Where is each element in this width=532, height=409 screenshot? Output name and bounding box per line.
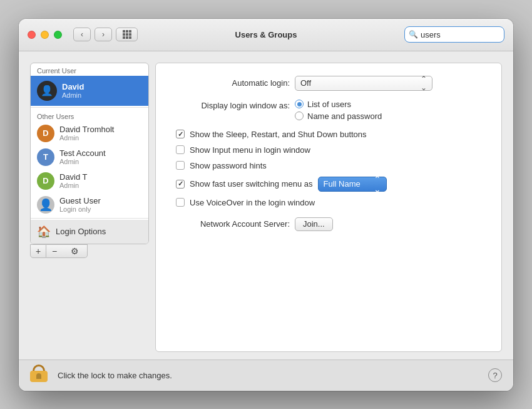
fast-switching-value: Full Name <box>324 179 361 189</box>
radio-circle-name <box>295 111 304 120</box>
network-account-row: Network Account Server: Join... <box>171 217 486 231</box>
grid-icon <box>123 30 131 39</box>
user-name-test-account: Test Account <box>59 148 106 158</box>
lock-icon[interactable] <box>30 365 51 386</box>
sidebar-bottom-buttons: + − ⚙ <box>30 244 149 258</box>
current-user-avatar: 👤 <box>37 81 57 101</box>
current-user-text: David Admin <box>62 82 84 99</box>
help-button[interactable]: ? <box>488 368 502 382</box>
user-item-guest[interactable]: 👤 Guest User Login only <box>31 193 148 217</box>
user-role-test-account: Admin <box>59 158 106 165</box>
user-name-david-t: David T <box>59 172 88 182</box>
display-login-label: Display login window as: <box>171 100 290 110</box>
nav-buttons: ‹ › <box>73 28 112 41</box>
checkbox-input-menu[interactable] <box>176 145 185 154</box>
radio-group: List of users Name and password <box>295 100 382 121</box>
automatic-login-dropdown[interactable]: Off ⌃⌄ <box>295 76 432 91</box>
automatic-login-value: Off <box>300 78 311 88</box>
checkbox-voiceover[interactable] <box>176 198 185 207</box>
search-icon: 🔍 <box>409 30 418 39</box>
radio-circle-list <box>295 100 304 108</box>
checkbox-sleep-label: Show the Sleep, Restart, and Shut Down b… <box>190 130 367 139</box>
user-text-david-t: David T Admin <box>59 172 88 189</box>
current-user-item[interactable]: 👤 David Admin <box>31 76 148 106</box>
remove-user-button[interactable]: − <box>46 244 63 258</box>
grid-button[interactable] <box>116 28 138 41</box>
lock-text: Click the lock to make changes. <box>58 371 172 380</box>
radio-label-name: Name and password <box>307 111 382 121</box>
add-user-button[interactable]: + <box>30 244 46 258</box>
avatar-test-account: T <box>37 148 54 166</box>
titlebar: ‹ › Users & Groups 🔍 ✕ <box>19 19 513 51</box>
network-account-label: Network Account Server: <box>171 219 290 229</box>
automatic-login-row: Automatic login: Off ⌃⌄ <box>171 76 486 91</box>
dropdown-blue-arrow-icon: ⌃⌄ <box>374 174 381 194</box>
checkbox-row-sleep: Show the Sleep, Restart, and Shut Down b… <box>176 130 486 139</box>
user-role-david-tromholt: Admin <box>59 134 114 142</box>
user-text-test-account: Test Account Admin <box>59 148 106 165</box>
user-role-guest: Login only <box>59 205 101 213</box>
checkbox-voiceover-label: Use VoiceOver in the login window <box>190 198 315 207</box>
window-title: Users & Groups <box>235 30 297 39</box>
user-name-guest: Guest User <box>59 196 101 205</box>
dropdown-arrow-icon: ⌃⌄ <box>421 75 427 92</box>
radio-list-of-users[interactable]: List of users <box>295 100 382 109</box>
current-user-header: Current User <box>31 63 148 76</box>
current-user-name: David <box>62 82 84 91</box>
checkbox-row-fast-switching: Show fast user switching menu as Full Na… <box>176 177 486 192</box>
automatic-login-control: Off ⌃⌄ <box>295 76 432 91</box>
main-window: ‹ › Users & Groups 🔍 ✕ Current User <box>19 19 513 391</box>
login-options-item[interactable]: 🏠 Login Options <box>31 220 148 244</box>
divider-1 <box>31 107 148 108</box>
checkbox-fast-switching[interactable] <box>176 180 185 189</box>
settings-panel: Automatic login: Off ⌃⌄ Display login wi… <box>155 63 502 352</box>
checkbox-row-input-menu: Show Input menu in login window <box>176 145 486 155</box>
sidebar: Current User 👤 David Admin Other Users <box>30 63 149 352</box>
avatar-guest: 👤 <box>37 196 54 214</box>
checkbox-password-hints-label: Show password hints <box>190 161 267 170</box>
user-text-david-tromholt: David Tromholt Admin <box>59 125 114 142</box>
avatar-david-tromholt: D <box>37 125 54 142</box>
checkbox-sleep[interactable] <box>176 130 185 138</box>
radio-label-list: List of users <box>307 100 351 109</box>
checkbox-fast-switching-label: Show fast user switching menu as <box>190 179 313 189</box>
house-icon: 🏠 <box>37 225 51 239</box>
user-item-test-account[interactable]: T Test Account Admin <box>31 145 148 169</box>
user-item-david-t[interactable]: D David T Admin <box>31 169 148 193</box>
action-button[interactable]: ⚙ <box>63 244 88 258</box>
join-button[interactable]: Join... <box>295 217 333 231</box>
display-login-row: Display login window as: List of users N… <box>171 100 486 121</box>
search-input[interactable] <box>421 30 513 39</box>
user-item-david-tromholt[interactable]: D David Tromholt Admin <box>31 122 148 145</box>
checkbox-password-hints[interactable] <box>176 161 185 170</box>
checkbox-row-password-hints: Show password hints <box>176 161 486 170</box>
fast-switching-dropdown[interactable]: Full Name ⌃⌄ <box>318 177 387 192</box>
bottom-bar: Click the lock to make changes. ? <box>19 360 513 391</box>
forward-button[interactable]: › <box>95 28 112 41</box>
user-name-david-tromholt: David Tromholt <box>59 125 114 134</box>
radio-name-password[interactable]: Name and password <box>295 111 382 121</box>
checkbox-input-menu-label: Show Input menu in login window <box>190 145 310 155</box>
current-user-role: Admin <box>62 91 84 99</box>
traffic-lights <box>28 31 62 39</box>
divider-2 <box>31 218 148 219</box>
back-button[interactable]: ‹ <box>73 28 91 41</box>
minimize-button[interactable] <box>41 31 49 39</box>
close-button[interactable] <box>28 31 36 39</box>
automatic-login-label: Automatic login: <box>171 78 290 88</box>
content-area: Current User 👤 David Admin Other Users <box>19 51 513 352</box>
display-login-control: List of users Name and password <box>295 100 382 121</box>
maximize-button[interactable] <box>54 31 62 39</box>
user-text-guest: Guest User Login only <box>59 196 101 213</box>
avatar-david-t: D <box>37 172 54 190</box>
other-users-header: Other Users <box>31 109 148 122</box>
sidebar-list: Current User 👤 David Admin Other Users <box>30 63 149 244</box>
user-role-david-t: Admin <box>59 182 88 189</box>
search-box[interactable]: 🔍 ✕ <box>404 26 504 43</box>
checkbox-row-voiceover: Use VoiceOver in the login window <box>176 198 486 207</box>
login-options-label: Login Options <box>56 227 106 236</box>
